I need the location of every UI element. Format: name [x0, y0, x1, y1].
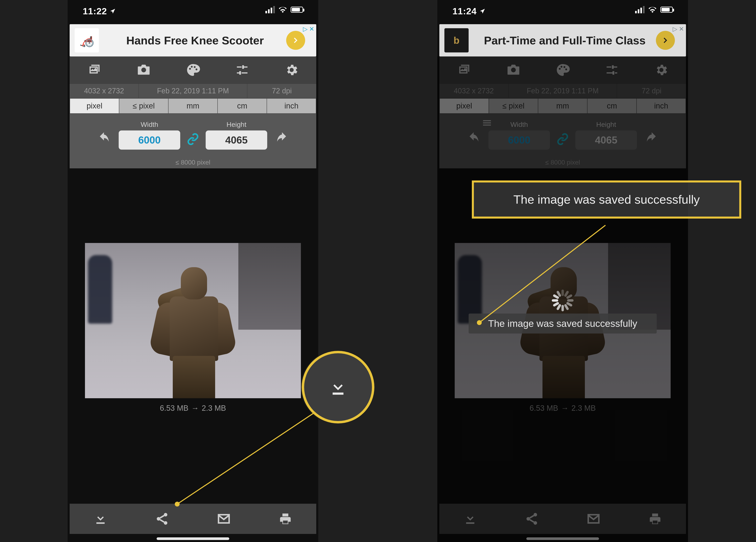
meta-dimensions: 4032 x 2732 — [439, 84, 509, 98]
ad-logo: 🦽 — [75, 28, 99, 52]
svg-point-0 — [141, 68, 146, 72]
print-button[interactable] — [269, 504, 302, 534]
location-icon — [480, 8, 486, 14]
redo-button[interactable] — [643, 130, 661, 148]
ad-logo: b — [444, 28, 469, 52]
unit-inch[interactable]: inch — [637, 98, 686, 114]
battery-icon — [660, 7, 673, 13]
undo-button[interactable] — [465, 130, 483, 148]
palette-button[interactable] — [178, 56, 208, 84]
undo-button[interactable] — [95, 130, 113, 148]
bottom-bar — [439, 504, 686, 534]
sliders-button[interactable] — [597, 56, 627, 84]
camera-button[interactable] — [129, 56, 159, 84]
svg-point-1 — [189, 68, 191, 70]
camera-button[interactable] — [498, 56, 529, 84]
size-after: 2.3 MB — [202, 404, 226, 412]
unit-lte-pixel[interactable]: ≤ pixel — [489, 98, 538, 114]
unit-cm[interactable]: cm — [587, 98, 637, 114]
dimensions-row: Width 6000 Height 4065 — [439, 114, 686, 156]
height-input[interactable]: 4065 — [575, 131, 637, 150]
dimensions-row: Width 6000 Height 4065 — [70, 114, 316, 156]
settings-button[interactable] — [276, 56, 307, 84]
width-input[interactable]: 6000 — [488, 131, 550, 150]
svg-point-5 — [164, 513, 168, 517]
ad-title: Hands Free Knee Scooter — [104, 34, 286, 47]
height-label: Height — [226, 121, 246, 129]
meta-date: Feb 22, 2019 1:11 PM — [139, 84, 247, 98]
download-button[interactable] — [84, 504, 117, 534]
unit-lte-pixel[interactable]: ≤ pixel — [119, 98, 169, 114]
email-button[interactable] — [208, 504, 240, 534]
home-indicator[interactable] — [157, 537, 229, 540]
height-input[interactable]: 4065 — [206, 131, 267, 150]
print-button[interactable] — [639, 504, 671, 534]
svg-point-16 — [534, 521, 537, 525]
tool-icons-row — [70, 56, 316, 84]
gallery-button[interactable] — [79, 56, 109, 84]
ad-banner[interactable]: 🦽 Hands Free Knee Scooter ▷✕ — [70, 24, 316, 56]
svg-point-13 — [565, 68, 567, 70]
wifi-icon — [279, 6, 287, 13]
meta-dpi: 72 dpi — [617, 84, 686, 98]
unit-pixel[interactable]: pixel — [70, 98, 119, 114]
location-icon — [110, 8, 116, 14]
unit-cm[interactable]: cm — [218, 98, 267, 114]
width-input[interactable]: 6000 — [119, 131, 180, 150]
signal-icon — [635, 6, 645, 13]
svg-rect-8 — [283, 521, 288, 524]
unit-mm[interactable]: mm — [538, 98, 587, 114]
download-button[interactable] — [454, 504, 486, 534]
phone-right: 11:24 b Part-Time and Full-Time Class ▷✕… — [437, 0, 688, 542]
ad-adchoices[interactable]: ▷✕ — [303, 25, 314, 32]
height-label: Height — [596, 121, 616, 129]
chevron-right-icon — [292, 36, 300, 44]
svg-point-15 — [527, 517, 530, 521]
unit-mm[interactable]: mm — [169, 98, 218, 114]
redo-button[interactable] — [273, 130, 291, 148]
status-bar: 11:22 — [68, 0, 318, 24]
battery-icon — [291, 7, 303, 13]
meta-dimensions: 4032 x 2732 — [70, 84, 139, 98]
gallery-button[interactable] — [449, 56, 479, 84]
status-bar: 11:24 — [437, 0, 688, 24]
svg-point-3 — [194, 66, 196, 68]
palette-button[interactable] — [548, 56, 578, 84]
ad-adchoices[interactable]: ▷✕ — [673, 25, 684, 32]
ad-banner[interactable]: b Part-Time and Full-Time Class ▷✕ — [439, 24, 686, 56]
meta-row: 4032 x 2732 Feb 22, 2019 1:11 PM 72 dpi — [439, 84, 686, 98]
phone-left: 11:22 🦽 Hands Free Knee Scooter ▷✕ 4032 … — [68, 0, 318, 542]
home-indicator[interactable] — [526, 537, 599, 540]
settings-button[interactable] — [646, 56, 676, 84]
svg-point-7 — [164, 521, 168, 525]
max-size: ≤ 8000 pixel — [70, 156, 316, 168]
size-after: 2.3 MB — [572, 404, 596, 412]
size-before: 6.53 MB — [160, 404, 188, 412]
svg-point-12 — [563, 66, 565, 68]
share-button[interactable] — [146, 504, 178, 534]
unit-inch[interactable]: inch — [267, 98, 316, 114]
link-icon[interactable] — [556, 132, 570, 146]
ad-cta-button[interactable] — [286, 31, 305, 50]
wifi-icon — [648, 6, 657, 13]
svg-point-10 — [559, 68, 561, 70]
ad-title: Part-Time and Full-Time Class — [474, 34, 656, 47]
unit-pixel[interactable]: pixel — [439, 98, 489, 114]
menu-icon[interactable] — [482, 118, 492, 129]
email-button[interactable] — [577, 504, 610, 534]
link-icon[interactable] — [186, 132, 200, 146]
bottom-bar — [70, 504, 316, 534]
width-label: Width — [141, 121, 158, 129]
toolbar: 4032 x 2732 Feb 22, 2019 1:11 PM 72 dpi … — [70, 56, 316, 168]
tool-icons-row — [439, 56, 686, 84]
meta-date: Feb 22, 2019 1:11 PM — [509, 84, 617, 98]
width-label: Width — [510, 121, 528, 129]
sliders-button[interactable] — [227, 56, 257, 84]
signal-icon — [265, 6, 275, 13]
toolbar: 4032 x 2732 Feb 22, 2019 1:11 PM 72 dpi … — [439, 56, 686, 168]
chevron-right-icon — [661, 36, 669, 44]
share-button[interactable] — [516, 504, 548, 534]
svg-point-2 — [191, 66, 193, 68]
image-preview[interactable]: 6.53 MB→2.3 MB — [85, 243, 301, 412]
ad-cta-button[interactable] — [656, 31, 675, 50]
